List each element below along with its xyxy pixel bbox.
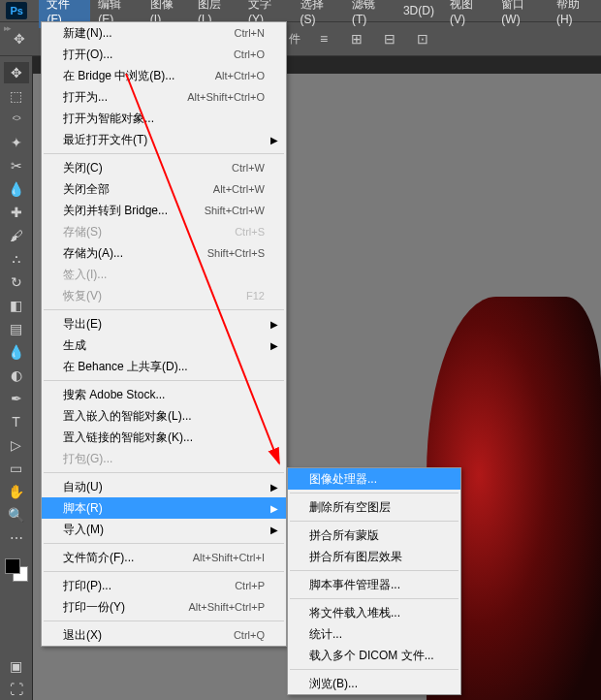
menu-item-row[interactable]: 最近打开文件(T)▶: [42, 129, 286, 150]
menu-item-label: 图像处理器...: [309, 471, 377, 488]
zoom-tool[interactable]: 🔍: [4, 504, 29, 525]
menu-item-label: 将文件载入堆栈...: [309, 605, 400, 621]
menu-item-shortcut: Ctrl+S: [235, 226, 265, 238]
stamp-tool[interactable]: ⛬: [4, 248, 29, 270]
menu-item-label: 导出(E): [63, 316, 102, 333]
align-icon-2[interactable]: ⊞: [347, 29, 366, 48]
menu-separator: [290, 493, 459, 493]
menu-item-row: 打包(G)...: [42, 448, 286, 469]
menu-item-row[interactable]: 导出(E)▶: [42, 313, 286, 334]
menu-help[interactable]: 帮助(H): [549, 0, 601, 28]
submenu-arrow-icon: ▶: [270, 482, 278, 493]
menu-item-row[interactable]: 脚本事件管理器...: [288, 574, 460, 595]
move-tool-icon[interactable]: ✥: [10, 29, 29, 48]
menu-item-label: 载入多个 DICOM 文件...: [309, 648, 434, 664]
menu-item-row[interactable]: 在 Bridge 中浏览(B)...Alt+Ctrl+O: [42, 65, 286, 86]
menu-item-row[interactable]: 新建(N)...Ctrl+N: [42, 22, 286, 44]
menu-item-row[interactable]: 导入(M)▶: [42, 519, 286, 540]
options-label: 件: [289, 31, 300, 48]
menu-item-row[interactable]: 生成▶: [42, 334, 286, 356]
menu-item-row[interactable]: 存储为(A)...Shift+Ctrl+S: [42, 242, 286, 264]
submenu-arrow-icon: ▶: [270, 503, 278, 514]
menu-item-row[interactable]: 在 Behance 上共享(D)...: [42, 356, 286, 377]
pen-tool[interactable]: ✒: [4, 388, 29, 409]
menu-item-row[interactable]: 载入多个 DICOM 文件...: [288, 645, 460, 666]
menu-item-row[interactable]: 置入链接的智能对象(K)...: [42, 427, 286, 448]
move-tool[interactable]: ✥: [4, 62, 29, 83]
wand-tool[interactable]: ✦: [4, 132, 29, 153]
menu-item-row[interactable]: 关闭并转到 Bridge...Shift+Ctrl+W: [42, 200, 286, 221]
brush-tool[interactable]: 🖌: [4, 225, 29, 246]
menu-item-row[interactable]: 统计...: [288, 623, 460, 645]
menu-item-label: 文件简介(F)...: [63, 550, 134, 566]
menu-item-label: 关闭并转到 Bridge...: [63, 203, 168, 219]
history-brush-tool[interactable]: ↻: [4, 271, 29, 293]
menu-item-row[interactable]: 浏览(B)...: [288, 673, 460, 694]
menu-item-label: 拼合所有图层效果: [309, 549, 402, 565]
eraser-tool[interactable]: ◧: [4, 295, 29, 316]
menu-item-row[interactable]: 打印一份(Y)Alt+Shift+Ctrl+P: [42, 596, 286, 618]
panel-handle[interactable]: ▸▸: [4, 23, 10, 33]
menu-item-label: 自动(U): [63, 479, 103, 495]
menu-item-label: 生成: [63, 337, 86, 354]
menu-item-shortcut: Ctrl+Q: [234, 629, 265, 641]
menu-item-shortcut: Alt+Ctrl+O: [215, 70, 265, 81]
menu-item-row[interactable]: 拼合所有蒙版: [288, 525, 460, 546]
menu-item-row[interactable]: 打开为...Alt+Shift+Ctrl+O: [42, 86, 286, 108]
quickmask-tool[interactable]: ▣: [4, 655, 29, 677]
menu-filter[interactable]: 滤镜(T): [344, 0, 395, 28]
path-tool[interactable]: ▷: [4, 434, 29, 456]
eyedropper-tool[interactable]: 💧: [4, 178, 29, 200]
dodge-tool[interactable]: ◐: [4, 365, 29, 386]
menu-view[interactable]: 视图(V): [442, 0, 493, 28]
menu-item-label: 打包(G)...: [63, 451, 112, 467]
heal-tool[interactable]: ✚: [4, 202, 29, 223]
color-swatches[interactable]: [5, 558, 28, 582]
menu-item-shortcut: Alt+Ctrl+W: [213, 183, 265, 195]
menu-item-row[interactable]: 关闭(C)Ctrl+W: [42, 157, 286, 178]
menu-item-row[interactable]: 图像处理器...: [288, 468, 460, 490]
menu-item-label: 打印一份(Y): [63, 599, 125, 616]
menu-item-row[interactable]: 关闭全部Alt+Ctrl+W: [42, 178, 286, 200]
align-icon-4[interactable]: ⊡: [413, 29, 432, 48]
menu-separator: [290, 570, 459, 571]
menu-item-row[interactable]: 脚本(R)▶: [42, 497, 286, 519]
menu-item-label: 删除所有空图层: [309, 499, 391, 516]
menu-item-row[interactable]: 删除所有空图层: [288, 496, 460, 518]
menu-separator: [44, 380, 284, 381]
menu-item-row[interactable]: 搜索 Adobe Stock...: [42, 384, 286, 405]
crop-tool[interactable]: ✂: [4, 155, 29, 176]
menu-item-row[interactable]: 打印(P)...Ctrl+P: [42, 575, 286, 596]
menu-item-label: 存储为(A)...: [63, 245, 123, 262]
lasso-tool[interactable]: ⌔: [4, 109, 29, 130]
blur-tool[interactable]: 💧: [4, 341, 29, 363]
menu-item-row[interactable]: 打开(O)...Ctrl+O: [42, 44, 286, 65]
type-tool[interactable]: T: [4, 411, 29, 432]
menu-item-row[interactable]: 文件简介(F)...Alt+Shift+Ctrl+I: [42, 547, 286, 568]
align-icon-3[interactable]: ⊟: [380, 29, 399, 48]
menu-item-label: 导入(M): [63, 522, 104, 538]
menu-item-shortcut: Shift+Ctrl+S: [207, 247, 265, 259]
menu-3d[interactable]: 3D(D): [395, 2, 442, 19]
align-icon[interactable]: ≡: [314, 29, 333, 48]
menu-item-row[interactable]: 自动(U)▶: [42, 476, 286, 497]
submenu-arrow-icon: ▶: [270, 525, 278, 535]
fg-color[interactable]: [5, 558, 20, 574]
shape-tool[interactable]: ▭: [4, 458, 29, 479]
menu-window[interactable]: 窗口(W): [493, 0, 549, 28]
screenmode-tool[interactable]: ⛶: [4, 679, 29, 700]
menu-item-row[interactable]: 将文件载入堆栈...: [288, 602, 460, 623]
menu-item-row[interactable]: 置入嵌入的智能对象(L)...: [42, 405, 286, 427]
script-submenu-dropdown: 图像处理器...删除所有空图层拼合所有蒙版拼合所有图层效果脚本事件管理器...将…: [287, 467, 461, 695]
menu-item-row[interactable]: 拼合所有图层效果: [288, 546, 460, 567]
gradient-tool[interactable]: ▤: [4, 318, 29, 339]
menu-item-row[interactable]: 打开为智能对象...: [42, 108, 286, 129]
menu-select[interactable]: 选择(S): [293, 0, 344, 28]
marquee-tool[interactable]: ⬚: [4, 85, 29, 107]
edit-toolbar[interactable]: ⋯: [4, 527, 29, 549]
menu-item-row[interactable]: 退出(X)Ctrl+Q: [42, 624, 286, 646]
hand-tool[interactable]: ✋: [4, 481, 29, 502]
file-menu-dropdown: 新建(N)...Ctrl+N打开(O)...Ctrl+O在 Bridge 中浏览…: [41, 21, 287, 647]
menu-separator: [290, 598, 459, 599]
menu-separator: [290, 669, 459, 670]
